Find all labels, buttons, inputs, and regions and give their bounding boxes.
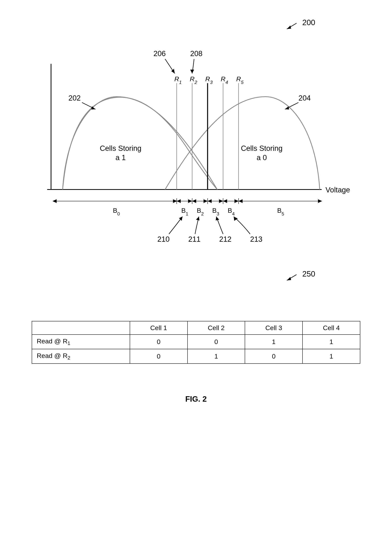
svg-text:B2: B2: [197, 207, 204, 216]
ref-206-label: 206: [153, 50, 166, 58]
curve-right-text-line1: Cells Storing: [241, 144, 282, 152]
svg-marker-16: [53, 200, 56, 203]
read-labels: R1 R2 R3 R4 R5: [174, 75, 244, 85]
cell: 0: [245, 349, 302, 363]
bin-labels: B0 B1 B2 B3 B4 B5: [113, 207, 284, 216]
read-table: Cell 1 Cell 2 Cell 3 Cell 4 Read @ R1 0 …: [32, 321, 360, 364]
ref-211-arrow: 211: [188, 217, 201, 243]
svg-marker-48: [287, 277, 291, 280]
ref-250-label: 250: [302, 270, 315, 278]
ref-204-label: 204: [298, 94, 311, 102]
svg-marker-28: [208, 200, 212, 203]
read-lines: [177, 83, 239, 190]
ref-250: 250: [287, 270, 315, 280]
svg-marker-36: [239, 200, 242, 203]
cell: 1: [187, 349, 245, 363]
figure-container: 200 Cells Storing a 1 Cells Storing a 0 …: [12, 11, 380, 403]
svg-text:R4: R4: [221, 75, 228, 85]
ref-208-arrow: 208: [190, 50, 202, 74]
row-label: Read @ R2: [32, 349, 130, 363]
curve-right: [165, 97, 320, 190]
header-cell-1: Cell 1: [130, 321, 187, 334]
ref-202-label: 202: [68, 94, 81, 102]
chart-svg: 200 Cells Storing a 1 Cells Storing a 0 …: [12, 11, 380, 282]
ref-200: 200: [287, 18, 315, 29]
table-row: Read @ R2 0 1 0 1: [32, 349, 360, 363]
chart-area: 200 Cells Storing a 1 Cells Storing a 0 …: [12, 11, 380, 282]
svg-text:B1: B1: [181, 207, 188, 216]
ref-213-arrow: 213: [234, 217, 262, 243]
figure-caption: FIG. 2: [12, 395, 380, 403]
blank-cell: [32, 321, 130, 334]
cell: 0: [130, 349, 187, 363]
svg-marker-21: [188, 200, 192, 203]
svg-marker-32: [224, 200, 227, 203]
header-cell-3: Cell 3: [245, 321, 302, 334]
header-cell-2: Cell 2: [187, 321, 245, 334]
svg-marker-0: [287, 26, 291, 29]
ref-210-arrow: 210: [157, 217, 182, 243]
curve-left-text-line1: Cells Storing: [100, 144, 141, 152]
cell: 1: [302, 349, 360, 363]
svg-marker-20: [177, 200, 180, 203]
ref-211-label: 211: [188, 235, 201, 243]
x-axis-label: Voltage: [325, 186, 350, 194]
svg-text:R2: R2: [190, 75, 197, 85]
table-area: Cell 1 Cell 2 Cell 3 Cell 4 Read @ R1 0 …: [12, 321, 380, 364]
cell: 0: [130, 334, 187, 349]
ref-213-label: 213: [250, 235, 262, 243]
svg-text:R1: R1: [174, 75, 182, 85]
svg-text:B4: B4: [228, 207, 235, 216]
bin-arrows: [53, 198, 322, 204]
svg-text:B5: B5: [277, 207, 284, 216]
svg-marker-29: [219, 200, 223, 203]
cell: 1: [245, 334, 302, 349]
table-header-row: Cell 1 Cell 2 Cell 3 Cell 4: [32, 321, 360, 334]
cell: 1: [302, 334, 360, 349]
svg-marker-17: [173, 200, 177, 203]
svg-marker-45: [196, 217, 200, 221]
svg-marker-46: [216, 217, 219, 221]
ref-202-arrow: 202: [68, 94, 95, 109]
ref-212-label: 212: [219, 235, 231, 243]
svg-marker-47: [234, 217, 238, 221]
svg-marker-25: [204, 200, 207, 203]
svg-marker-14: [190, 70, 194, 74]
curve-right-text-line2: a 0: [257, 153, 267, 162]
ref-206-arrow: 206: [153, 50, 175, 74]
svg-text:R3: R3: [205, 75, 213, 85]
ref-210-label: 210: [157, 235, 169, 243]
cell: 0: [187, 334, 245, 349]
svg-text:B0: B0: [113, 207, 120, 216]
header-cell-4: Cell 4: [302, 321, 360, 334]
ref-212-arrow: 212: [216, 217, 231, 243]
svg-marker-24: [192, 200, 196, 203]
row-label: Read @ R1: [32, 334, 130, 349]
ref-208-label: 208: [190, 50, 202, 58]
svg-marker-37: [318, 200, 322, 203]
svg-marker-33: [235, 200, 238, 203]
curve-left: [63, 97, 217, 190]
curve-left-text-line2: a 1: [116, 153, 126, 162]
table-row: Read @ R1 0 0 1 1: [32, 334, 360, 349]
ref-204-arrow: 204: [285, 94, 311, 109]
svg-text:B3: B3: [212, 207, 219, 216]
ref-200-label: 200: [302, 18, 315, 27]
svg-text:R5: R5: [236, 75, 244, 85]
curve-left-2: [63, 97, 217, 190]
